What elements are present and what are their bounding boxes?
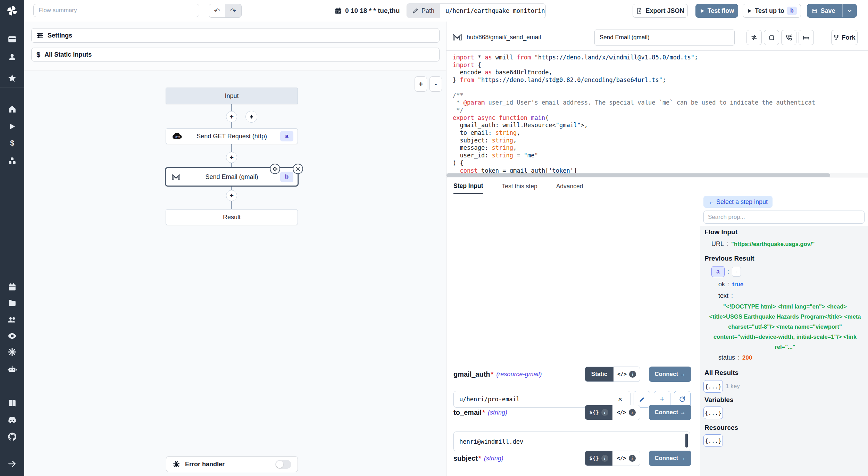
search-prop-input[interactable]	[703, 211, 865, 224]
play-icon	[700, 8, 705, 14]
workspace-icon[interactable]	[7, 34, 17, 44]
expand-arrow-icon[interactable]	[7, 459, 17, 469]
step-summary-input[interactable]	[594, 30, 735, 46]
code-editor[interactable]: import * as wmill from "https://deno.lan…	[446, 50, 868, 173]
export-file-icon	[636, 8, 643, 14]
info-icon[interactable]: i	[601, 455, 608, 462]
runs-play-icon[interactable]	[7, 121, 17, 132]
to-email-value-input[interactable]	[453, 432, 690, 451]
clear-resource-icon[interactable]: ×	[618, 395, 622, 403]
flow-node-result[interactable]: Result	[166, 209, 298, 225]
status-value: 200	[742, 354, 752, 361]
error-handler-bar[interactable]: Error handler	[166, 456, 298, 472]
insert-step-button-1[interactable]: +	[226, 111, 237, 122]
insert-step-button-3[interactable]: +	[226, 190, 237, 201]
groups-users-icon[interactable]	[7, 314, 17, 325]
status-key: status	[718, 354, 735, 361]
sleep-button[interactable]	[799, 30, 814, 45]
zoom-out-button[interactable]: -	[429, 76, 442, 92]
github-icon[interactable]	[7, 432, 17, 442]
result-ok-row[interactable]: ok:true	[718, 281, 743, 288]
flow-input-url-row[interactable]: URL:"https://earthquake.usgs.gov/"	[711, 240, 815, 248]
redo-button[interactable]: ↷	[225, 4, 242, 18]
text-value[interactable]: "<!DOCTYPE html> <html lang="en"> <head>…	[707, 302, 863, 352]
collapse-button[interactable]: -	[732, 267, 741, 277]
move-step-button[interactable]	[270, 164, 280, 174]
path-editor[interactable]: Path u/henri/earthquake_monitorin	[407, 3, 546, 18]
info-icon[interactable]: i	[629, 455, 636, 462]
delete-step-button[interactable]	[293, 164, 303, 174]
bug-icon	[173, 460, 180, 468]
info-icon[interactable]: i	[629, 371, 636, 378]
user-icon[interactable]	[7, 52, 17, 62]
undo-icon: ↶	[214, 7, 220, 15]
schedule-display[interactable]: 0 10 18 * * tue,thu	[334, 0, 400, 22]
tab-test-this-step[interactable]: Test this step	[502, 179, 537, 194]
trigger-bolt-button[interactable]	[245, 111, 257, 123]
path-label-segment[interactable]: Path	[407, 4, 440, 18]
mode-javascript[interactable]: </>i	[612, 405, 640, 420]
all-results-object-chip[interactable]: {...}	[703, 380, 723, 393]
audit-eye-icon[interactable]	[7, 331, 17, 341]
gmail-icon	[172, 173, 181, 181]
test-up-to-button[interactable]: Test up to b	[743, 4, 801, 18]
flow-node-http[interactable]: HTTP Send GET Request (http) a	[166, 128, 298, 144]
info-icon[interactable]: i	[601, 409, 608, 416]
subject-mode-toggle: ${}i </>i	[585, 451, 640, 466]
left-sidebar: $	[0, 0, 24, 476]
mode-template[interactable]: ${}i	[585, 451, 612, 466]
all-static-inputs-button[interactable]: $ All Static Inputs	[31, 48, 440, 61]
mode-javascript[interactable]: </>i	[614, 367, 640, 381]
select-step-input-button[interactable]: ← Select a step input	[703, 196, 773, 208]
undo-button[interactable]: ↶	[209, 4, 225, 18]
bed-icon	[803, 34, 810, 41]
settings-gear-icon[interactable]	[7, 347, 17, 357]
mode-javascript[interactable]: </>i	[612, 451, 640, 466]
resources-cubes-icon[interactable]	[7, 156, 17, 166]
windmill-logo[interactable]	[0, 0, 24, 22]
resources-object-chip[interactable]: {...}	[703, 434, 723, 447]
export-json-button[interactable]: Export JSON	[633, 4, 688, 18]
flow-node-gmail-badge: b	[280, 172, 293, 182]
code-horizontal-scrollbar[interactable]	[446, 173, 868, 178]
flow-node-input[interactable]: Input	[166, 88, 298, 104]
variables-dollar-icon[interactable]: $	[7, 138, 17, 148]
flow-settings-button[interactable]: Settings	[31, 28, 440, 43]
tab-step-input[interactable]: Step Input	[453, 179, 483, 194]
variables-object-chip[interactable]: {...}	[703, 407, 723, 419]
save-button[interactable]: Save	[807, 4, 857, 18]
result-text-row[interactable]: text:	[718, 292, 733, 299]
save-dropdown[interactable]	[842, 4, 857, 17]
path-value[interactable]: u/henri/earthquake_monitorin	[440, 4, 545, 18]
test-flow-button[interactable]: Test flow	[695, 4, 738, 18]
folders-icon[interactable]	[7, 298, 17, 308]
result-status-row[interactable]: status:200	[718, 354, 752, 361]
docs-book-icon[interactable]	[7, 398, 17, 409]
error-handler-toggle[interactable]	[275, 460, 291, 469]
fork-button[interactable]: Fork	[831, 30, 858, 45]
step-a-badge[interactable]: a	[711, 266, 725, 277]
home-icon[interactable]	[7, 104, 17, 114]
input-scrollbar-thumb[interactable]	[685, 434, 688, 448]
info-icon[interactable]: i	[629, 409, 636, 416]
tab-advanced[interactable]: Advanced	[556, 179, 583, 194]
test-up-to-step-badge: b	[787, 7, 797, 15]
workers-bot-icon[interactable]	[7, 364, 17, 374]
discord-icon[interactable]	[7, 415, 17, 425]
save-main[interactable]: Save	[807, 4, 840, 17]
insert-step-button-2[interactable]: +	[226, 152, 237, 163]
zoom-in-button[interactable]: +	[415, 76, 427, 92]
mode-template[interactable]: ${}i	[585, 405, 612, 420]
schedules-calendar-icon[interactable]	[7, 282, 17, 292]
box-button[interactable]	[764, 30, 779, 45]
calendar-icon	[334, 7, 342, 15]
subject-connect-button[interactable]: Connect →	[649, 451, 691, 466]
gmail-auth-connect-button[interactable]: Connect →	[649, 367, 691, 382]
scrollbar-thumb[interactable]	[446, 173, 830, 177]
webhook-call-button[interactable]	[781, 30, 796, 45]
favorites-star-icon[interactable]	[7, 73, 17, 83]
flow-summary-input[interactable]	[33, 4, 199, 17]
to-email-connect-button[interactable]: Connect →	[649, 405, 691, 420]
swap-script-button[interactable]	[746, 30, 762, 45]
mode-static[interactable]: Static	[585, 367, 614, 381]
